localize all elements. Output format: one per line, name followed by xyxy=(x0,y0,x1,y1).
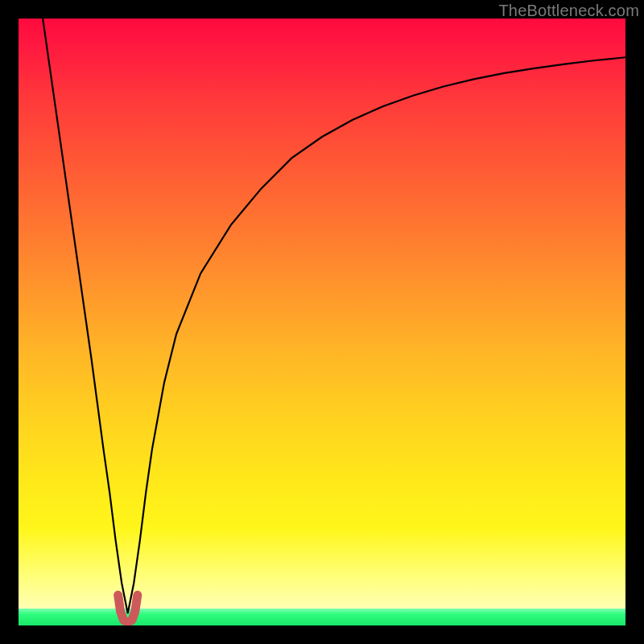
watermark-text: TheBottleneck.com xyxy=(498,2,639,20)
chart-frame: TheBottleneck.com xyxy=(0,0,644,644)
plot-area xyxy=(19,19,625,625)
bottleneck-curve xyxy=(43,19,625,613)
curve-layer xyxy=(19,19,625,625)
min-marker xyxy=(118,595,138,622)
